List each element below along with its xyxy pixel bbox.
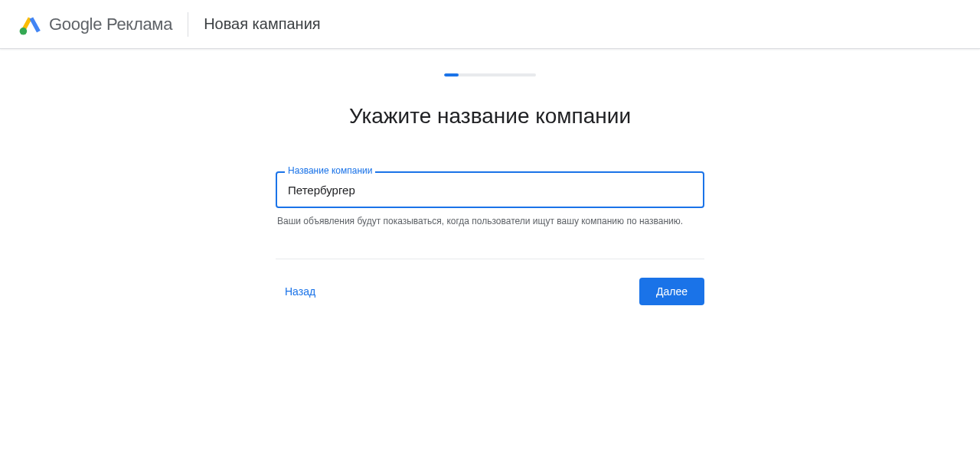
back-button[interactable]: Назад: [276, 279, 325, 304]
brand-google: Google: [49, 15, 102, 34]
company-name-label: Название компании: [285, 165, 375, 176]
page-heading: Укажите название компании: [349, 104, 631, 129]
app-header: Google Реклама Новая кампания: [0, 0, 980, 49]
google-ads-logo-icon: [18, 12, 43, 37]
section-divider: [276, 259, 704, 259]
progress-bar: [444, 73, 536, 76]
main-content: Укажите название компании Название компа…: [0, 49, 980, 305]
svg-point-0: [20, 28, 28, 35]
button-row: Назад Далее: [276, 278, 704, 305]
company-name-help-text: Ваши объявления будут показываться, когд…: [276, 214, 704, 228]
header-divider: [188, 12, 188, 37]
brand-text: Google Реклама: [49, 15, 172, 34]
logo-section: Google Реклама: [18, 12, 172, 37]
company-name-input[interactable]: [276, 171, 704, 208]
next-button[interactable]: Далее: [639, 278, 704, 305]
brand-product: Реклама: [106, 15, 172, 34]
form-area: Название компании Ваши объявления будут …: [276, 171, 704, 228]
company-name-field-wrapper: Название компании: [276, 171, 704, 208]
page-title: Новая кампания: [204, 15, 321, 33]
progress-fill: [444, 73, 459, 76]
